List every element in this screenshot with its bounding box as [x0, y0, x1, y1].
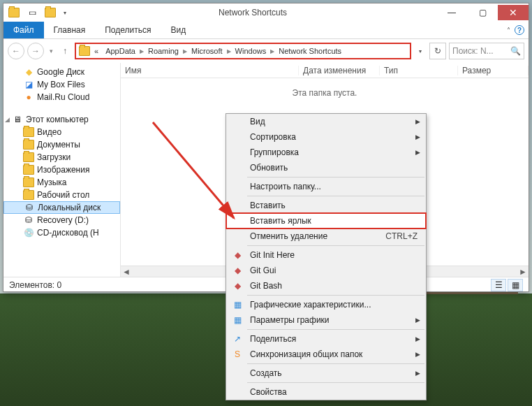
submenu-arrow-icon: ▶: [415, 370, 420, 377]
menu-item-отменить-удаление[interactable]: Отменить удалениеCTRL+Z: [226, 229, 426, 244]
menu-item-настроить-папку-[interactable]: Настроить папку...: [226, 179, 426, 194]
minimize-button[interactable]: —: [436, 5, 467, 20]
view-icons-button[interactable]: ▦: [508, 279, 523, 291]
menu-item-вставить-ярлык[interactable]: Вставить ярлык: [226, 213, 426, 229]
tree-desktop[interactable]: Рабочий стол: [3, 189, 120, 201]
tree-local-disk[interactable]: ⛁Локальный диск: [3, 201, 120, 214]
col-size[interactable]: Размер: [458, 66, 529, 75]
back-button[interactable]: ←: [8, 43, 24, 59]
menu-item-label: Создать: [250, 368, 282, 378]
folder-icon: [23, 177, 34, 188]
menu-item-вид[interactable]: Вид▶: [226, 114, 426, 129]
menu-item-группировка[interactable]: Группировка▶: [226, 145, 426, 160]
tab-view[interactable]: Вид: [161, 22, 195, 38]
folder-icon: [23, 189, 34, 201]
tree-this-pc[interactable]: ◢🖥Этот компьютер: [3, 113, 120, 126]
qat-dropdown[interactable]: ▾: [61, 6, 69, 20]
submenu-arrow-icon: ▶: [415, 351, 420, 358]
breadcrumb-windows[interactable]: Windows: [232, 47, 269, 55]
menu-item-label: Поделиться: [250, 334, 296, 344]
menu-item-сортировка[interactable]: Сортировка▶: [226, 129, 426, 145]
search-input[interactable]: Поиск: N... 🔍: [449, 43, 524, 59]
drive-icon: ⛁: [24, 202, 35, 213]
computer-icon: 🖥: [12, 114, 23, 125]
breadcrumb-network-shortcuts[interactable]: Network Shortcuts: [276, 47, 344, 55]
tree-documents[interactable]: Документы: [3, 138, 120, 151]
tree-pictures[interactable]: Изображения: [3, 164, 120, 176]
submenu-arrow-icon: ▶: [415, 118, 420, 125]
recent-dropdown[interactable]: ▾: [47, 48, 55, 55]
forward-button[interactable]: →: [27, 43, 44, 59]
drive-icon: ◆: [23, 66, 34, 78]
col-type[interactable]: Тип: [380, 66, 458, 75]
menu-item-git-init-here[interactable]: ◆Git Init Here: [226, 247, 426, 263]
tree-cd-drive[interactable]: 💿CD-дисковод (H: [3, 226, 120, 239]
menu-item-вставить[interactable]: Вставить: [226, 198, 426, 213]
nav-tree[interactable]: ◆Google Диск ◪My Box Files ●Mail.Ru Clou…: [3, 63, 121, 277]
address-bar[interactable]: « AppData▶ Roaming▶ Microsoft▶ Windows▶ …: [75, 43, 411, 59]
breadcrumb-microsoft[interactable]: Microsoft: [189, 47, 226, 55]
menu-item-label: Параметры графики: [250, 315, 330, 325]
col-name[interactable]: Имя: [121, 66, 299, 75]
view-details-button[interactable]: ☰: [491, 279, 506, 291]
menu-item-свойства[interactable]: Свойства: [226, 384, 426, 400]
folder-icon: [79, 46, 90, 56]
submenu-arrow-icon: ▶: [415, 317, 420, 324]
ribbon-collapse-icon[interactable]: ˄: [507, 27, 510, 34]
git-icon: ◆: [232, 249, 243, 261]
col-modified[interactable]: Дата изменения: [299, 66, 380, 75]
qat-new-folder-icon[interactable]: [43, 6, 58, 20]
menu-item-синхронизация-общих-папок[interactable]: SСинхронизация общих папок▶: [226, 347, 426, 362]
submenu-arrow-icon: ▶: [415, 133, 420, 140]
search-placeholder: Поиск: N...: [452, 46, 494, 56]
tree-google-drive[interactable]: ◆Google Диск: [3, 66, 120, 78]
window-title: Network Shortcuts: [69, 8, 436, 17]
menu-item-поделиться[interactable]: ↗Поделиться▶: [226, 331, 426, 347]
menu-item-label: Git Bash: [250, 281, 282, 291]
tree-downloads[interactable]: Загрузки: [3, 151, 120, 164]
menu-separator: [247, 382, 424, 383]
menu-item-label: Обновить: [250, 163, 288, 173]
tree-music[interactable]: Музыка: [3, 176, 120, 189]
empty-folder-text: Эта папка пуста.: [121, 78, 529, 98]
status-item-count: Элементов: 0: [9, 280, 61, 290]
scroll-left-icon[interactable]: ◄: [121, 267, 132, 277]
menu-separator: [247, 363, 424, 364]
tab-home[interactable]: Главная: [44, 22, 96, 38]
file-tab[interactable]: Файл: [3, 22, 44, 38]
breadcrumb-roaming[interactable]: Roaming: [145, 47, 182, 55]
close-button[interactable]: ✕: [498, 5, 529, 20]
menu-item-создать[interactable]: Создать▶: [226, 365, 426, 381]
refresh-button[interactable]: ↻: [429, 43, 446, 59]
tree-recovery-d[interactable]: ⛁Recovery (D:): [3, 214, 120, 226]
menu-item-label: Синхронизация общих папок: [250, 349, 362, 359]
tree-mailru-cloud[interactable]: ●Mail.Ru Cloud: [3, 91, 120, 103]
maximize-button[interactable]: ▢: [467, 5, 498, 20]
menu-separator: [247, 245, 424, 246]
chevron-right-icon[interactable]: ▶: [227, 48, 231, 55]
tree-box-files[interactable]: ◪My Box Files: [3, 78, 120, 91]
scroll-right-icon[interactable]: ►: [517, 267, 529, 277]
qat-folder-icon[interactable]: [6, 6, 22, 20]
menu-item-параметры-графики[interactable]: ▦Параметры графики▶: [226, 312, 426, 328]
chevron-right-icon[interactable]: ▶: [183, 48, 187, 55]
menu-item-графические-характеристики-[interactable]: ▦Графические характеристики...: [226, 297, 426, 312]
tab-share[interactable]: Поделиться: [95, 22, 161, 38]
menu-separator: [247, 295, 424, 296]
collapse-icon[interactable]: ◢: [5, 116, 12, 123]
up-button[interactable]: ↑: [58, 46, 72, 56]
menu-item-обновить[interactable]: Обновить: [226, 160, 426, 175]
tree-videos[interactable]: Видео: [3, 126, 120, 138]
folder-icon: [23, 152, 34, 163]
qat-properties-icon[interactable]: ▭: [24, 6, 40, 20]
menu-item-git-gui[interactable]: ◆Git Gui: [226, 263, 426, 278]
help-icon[interactable]: ?: [515, 25, 524, 35]
folder-icon: [23, 126, 34, 138]
menu-item-git-bash[interactable]: ◆Git Bash: [226, 278, 426, 293]
address-dropdown[interactable]: ▾: [414, 48, 427, 55]
breadcrumb-appdata[interactable]: AppData: [103, 47, 138, 55]
ribbon: Файл Главная Поделиться Вид ˄ ?: [3, 22, 529, 39]
share-icon: ↗: [232, 333, 243, 345]
chevron-right-icon[interactable]: ▶: [270, 48, 274, 55]
chevron-right-icon[interactable]: ▶: [140, 48, 144, 55]
